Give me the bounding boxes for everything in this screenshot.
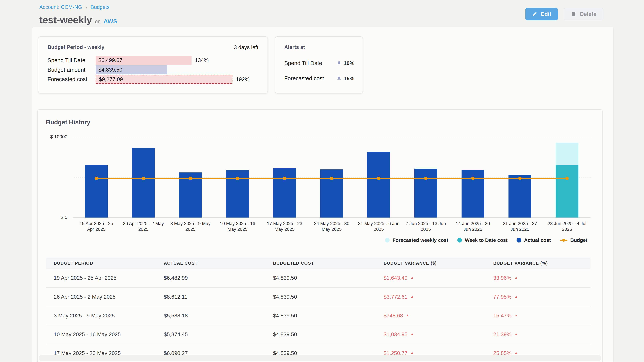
budget-period-percent: 134% — [195, 57, 209, 63]
chart-plot-area — [73, 137, 590, 217]
y-axis-tick-0: $ 0 — [38, 215, 68, 220]
cell-budgeted-cost: $4,839.50 — [273, 331, 384, 338]
legend-label: Actual cost — [524, 237, 551, 243]
actual-cost-bar[interactable] — [367, 152, 390, 217]
table-header-row: BUDGET PERIODACTUAL COSTBUDGETED COSTBUD… — [46, 258, 590, 269]
breadcrumb-separator-icon: › — [85, 4, 87, 10]
week-to-date-cost-bar[interactable] — [556, 165, 578, 218]
cell-budget-variance-usd: $3,772.61▲ — [384, 294, 493, 300]
table-row[interactable]: 19 Apr 2025 - 25 Apr 2025$6,482.99$4,839… — [46, 269, 590, 288]
cell-budget-period: 26 Apr 2025 - 2 May 2025 — [54, 294, 164, 300]
trend-up-icon: ▲ — [514, 313, 518, 317]
chart-bars — [73, 137, 590, 217]
legend-label: Budget — [570, 237, 587, 243]
budget-history-table: BUDGET PERIODACTUAL COSTBUDGETED COSTBUD… — [46, 258, 590, 362]
actual-cost-bar[interactable] — [85, 165, 108, 218]
actual-cost-bar[interactable] — [273, 168, 296, 217]
budget-period-row-label: Budget amount — [48, 67, 96, 73]
cell-budget-period: 19 Apr 2025 - 25 Apr 2025 — [54, 275, 164, 281]
table-body: 19 Apr 2025 - 25 Apr 2025$6,482.99$4,839… — [46, 269, 590, 362]
content-panel: Budget Period - weekly 3 days left Spend… — [32, 27, 613, 362]
cell-budget-period: 10 May 2025 - 16 May 2025 — [54, 331, 164, 338]
actual-cost-bar[interactable] — [462, 170, 484, 218]
budget-period-bar-value: $9,277.09 — [96, 76, 123, 82]
breadcrumb-budgets-link[interactable]: Budgets — [90, 4, 110, 10]
table-header-cell: ACTUAL COST — [164, 261, 273, 266]
actual-cost-bar[interactable] — [179, 172, 202, 218]
table-header-cell: BUDGET PERIOD — [54, 261, 164, 266]
trend-up-icon: ▲ — [410, 276, 414, 280]
budget-period-bar-forecast: $9,277.09 — [96, 75, 232, 84]
table-row[interactable]: 26 Apr 2025 - 2 May 2025$8,612.11$4,839.… — [46, 288, 590, 306]
budget-period-percent: 192% — [236, 76, 250, 82]
alert-row-label: Forecasted cost — [284, 75, 324, 82]
cell-budget-variance-usd: $748.68▲ — [384, 313, 493, 319]
legend-label: Forecasted weekly cost — [392, 237, 448, 243]
chart-category-slot — [544, 137, 590, 217]
chart-legend: Forecasted weekly costWeek to Date costA… — [385, 237, 587, 243]
cell-budgeted-cost: $4,839.50 — [273, 294, 384, 300]
cell-budgeted-cost: $4,839.50 — [273, 275, 384, 281]
cell-budget-variance-pct: 15.47%▲ — [493, 313, 590, 319]
chart-category-slot — [308, 137, 355, 217]
trend-up-icon: ▲ — [410, 295, 414, 299]
trend-up-icon: ▲ — [410, 351, 414, 355]
cell-actual-cost: $5,588.18 — [164, 313, 273, 319]
pencil-icon — [532, 11, 537, 17]
chart-category-slot — [496, 137, 544, 217]
actual-cost-bar[interactable] — [132, 148, 155, 217]
trash-icon — [570, 11, 576, 17]
alert-row-value: 15% — [336, 75, 354, 82]
budget-detail-page: Account: CCM-NG › Budgets test-weekly on… — [0, 0, 644, 362]
budget-period-row: Forecasted cost$9,277.09192% — [48, 75, 263, 84]
chart-category-slot — [402, 137, 449, 217]
table-header-cell: BUDGET VARIANCE (%) — [493, 261, 590, 266]
chart-category-slot — [214, 137, 261, 217]
x-axis-tick: 31 May 2025 - 6 Jun2025 — [355, 221, 402, 232]
budget-period-bar-budget: $4,839.50 — [96, 65, 167, 74]
table-row[interactable]: 10 May 2025 - 16 May 2025$5,874.45$4,839… — [46, 325, 590, 344]
actual-cost-bar[interactable] — [320, 169, 343, 217]
y-axis-tick-10000: $ 10000 — [38, 134, 68, 139]
chart-category-slot — [73, 137, 120, 217]
cell-actual-cost: $6,482.99 — [164, 275, 273, 281]
x-axis-tick: 19 Apr 2025 - 25Apr 2025 — [73, 221, 120, 232]
budget-period-row-label: Forecasted cost — [48, 76, 96, 82]
actual-cost-bar[interactable] — [226, 170, 249, 218]
alert-row: Spend Till Date10% — [284, 59, 354, 67]
cell-budget-variance-usd: $1,034.95▲ — [384, 331, 493, 338]
alert-row-label: Spend Till Date — [284, 60, 322, 66]
budget-period-rows: Spend Till Date$6,499.67134%Budget amoun… — [48, 56, 263, 84]
actual-cost-bar[interactable] — [508, 175, 531, 217]
cell-actual-cost: $5,874.45 — [164, 331, 273, 338]
legend-item-actual-cost[interactable]: Actual cost — [516, 237, 551, 243]
bell-icon — [336, 59, 342, 67]
budget-period-bar-value: $4,839.50 — [96, 67, 122, 73]
alert-percent: 15% — [344, 75, 354, 82]
breadcrumb-account-link[interactable]: Account: CCM-NG — [39, 4, 82, 10]
horizontal-scrollbar[interactable] — [39, 355, 601, 361]
forecasted-weekly-cost-bar[interactable] — [556, 143, 578, 165]
table-header-cell: BUDGETED COST — [273, 261, 384, 266]
actual-cost-bar[interactable] — [414, 169, 437, 217]
alert-rows: Spend Till Date10%Forecasted cost15% — [284, 59, 354, 90]
on-label: on — [95, 18, 100, 25]
alerts-card: Alerts at Spend Till Date10%Forecasted c… — [275, 36, 363, 93]
x-axis-tick: 26 Apr 2025 - 2 May2025 — [120, 221, 167, 232]
legend-item-forecasted-weekly-cost[interactable]: Forecasted weekly cost — [385, 237, 448, 243]
chart-category-slot — [355, 137, 402, 217]
delete-button-label: Delete — [580, 11, 596, 17]
chart-category-slot — [261, 137, 308, 217]
budget-history-title: Budget History — [46, 119, 90, 126]
legend-line-dot-icon — [560, 238, 567, 242]
budget-period-row: Spend Till Date$6,499.67134% — [48, 56, 263, 65]
page-title: test-weekly on AWS — [39, 14, 117, 26]
chart-category-slot — [120, 137, 167, 217]
trend-up-icon: ▲ — [514, 351, 518, 355]
legend-item-week-to-date-cost[interactable]: Week to Date cost — [457, 237, 508, 243]
legend-item-budget[interactable]: Budget — [560, 237, 588, 243]
delete-button[interactable]: Delete — [564, 8, 604, 20]
table-row[interactable]: 3 May 2025 - 9 May 2025$5,588.18$4,839.5… — [46, 306, 590, 325]
alert-percent: 10% — [344, 60, 354, 66]
edit-button[interactable]: Edit — [526, 8, 558, 20]
